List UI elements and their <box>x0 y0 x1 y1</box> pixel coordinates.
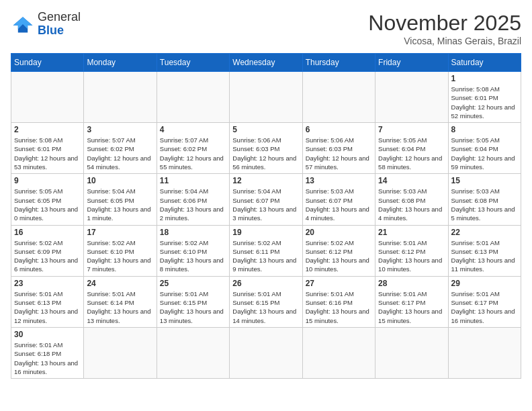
day-info: Sunrise: 5:02 AM Sunset: 6:10 PM Dayligh… <box>87 238 153 274</box>
calendar-cell: 26Sunrise: 5:01 AM Sunset: 6:15 PM Dayli… <box>230 276 302 327</box>
calendar-cell: 15Sunrise: 5:03 AM Sunset: 6:08 PM Dayli… <box>448 174 521 225</box>
day-number: 9 <box>14 176 81 185</box>
weekday-header-monday: Monday <box>84 54 157 72</box>
calendar-cell <box>230 72 302 123</box>
day-number: 3 <box>87 125 153 134</box>
day-info: Sunrise: 5:01 AM Sunset: 6:14 PM Dayligh… <box>87 289 153 325</box>
calendar-cell <box>302 327 375 378</box>
logo-blue: Blue <box>38 24 81 38</box>
day-number: 24 <box>87 279 153 288</box>
calendar-cell: 14Sunrise: 5:03 AM Sunset: 6:08 PM Dayli… <box>375 174 448 225</box>
calendar-cell: 29Sunrise: 5:01 AM Sunset: 6:17 PM Dayli… <box>448 276 521 327</box>
day-number: 16 <box>14 228 81 237</box>
day-number: 18 <box>160 228 226 237</box>
day-info: Sunrise: 5:06 AM Sunset: 6:03 PM Dayligh… <box>306 136 372 171</box>
day-number: 6 <box>306 125 372 134</box>
logo-general: General <box>38 11 81 24</box>
day-info: Sunrise: 5:03 AM Sunset: 6:08 PM Dayligh… <box>451 187 518 222</box>
calendar-cell: 16Sunrise: 5:02 AM Sunset: 6:09 PM Dayli… <box>11 225 84 276</box>
weekday-header-row: SundayMondayTuesdayWednesdayThursdayFrid… <box>11 54 521 72</box>
day-number: 2 <box>14 125 81 134</box>
calendar-cell <box>375 72 448 123</box>
calendar-cell: 24Sunrise: 5:01 AM Sunset: 6:14 PM Dayli… <box>84 276 157 327</box>
calendar-cell: 5Sunrise: 5:06 AM Sunset: 6:03 PM Daylig… <box>230 123 302 174</box>
day-info: Sunrise: 5:02 AM Sunset: 6:11 PM Dayligh… <box>232 238 299 274</box>
day-info: Sunrise: 5:01 AM Sunset: 6:18 PM Dayligh… <box>14 340 81 376</box>
day-number: 8 <box>451 125 518 134</box>
calendar-cell: 2Sunrise: 5:08 AM Sunset: 6:01 PM Daylig… <box>11 123 84 174</box>
logo-icon <box>11 12 35 36</box>
day-number: 4 <box>160 125 226 134</box>
calendar-cell <box>11 72 84 123</box>
calendar-cell: 3Sunrise: 5:07 AM Sunset: 6:02 PM Daylig… <box>84 123 157 174</box>
calendar-cell: 12Sunrise: 5:04 AM Sunset: 6:07 PM Dayli… <box>230 174 302 225</box>
day-info: Sunrise: 5:01 AM Sunset: 6:13 PM Dayligh… <box>451 238 518 274</box>
calendar-week-2: 2Sunrise: 5:08 AM Sunset: 6:01 PM Daylig… <box>11 123 521 174</box>
calendar-cell: 23Sunrise: 5:01 AM Sunset: 6:13 PM Dayli… <box>11 276 84 327</box>
weekday-header-tuesday: Tuesday <box>157 54 229 72</box>
calendar-cell <box>157 72 229 123</box>
day-number: 12 <box>232 176 299 185</box>
day-info: Sunrise: 5:01 AM Sunset: 6:12 PM Dayligh… <box>378 238 445 274</box>
calendar-cell <box>84 327 157 378</box>
calendar-cell: 13Sunrise: 5:03 AM Sunset: 6:07 PM Dayli… <box>302 174 375 225</box>
day-info: Sunrise: 5:05 AM Sunset: 6:04 PM Dayligh… <box>378 136 445 171</box>
calendar-cell: 30Sunrise: 5:01 AM Sunset: 6:18 PM Dayli… <box>11 327 84 378</box>
day-info: Sunrise: 5:08 AM Sunset: 6:01 PM Dayligh… <box>451 85 518 120</box>
day-info: Sunrise: 5:01 AM Sunset: 6:15 PM Dayligh… <box>160 289 226 325</box>
day-info: Sunrise: 5:02 AM Sunset: 6:09 PM Dayligh… <box>14 238 81 274</box>
calendar-cell: 10Sunrise: 5:04 AM Sunset: 6:05 PM Dayli… <box>84 174 157 225</box>
day-info: Sunrise: 5:05 AM Sunset: 6:05 PM Dayligh… <box>14 187 81 222</box>
calendar-cell: 4Sunrise: 5:07 AM Sunset: 6:02 PM Daylig… <box>157 123 229 174</box>
day-info: Sunrise: 5:08 AM Sunset: 6:01 PM Dayligh… <box>14 136 81 171</box>
weekday-header-wednesday: Wednesday <box>230 54 302 72</box>
day-info: Sunrise: 5:02 AM Sunset: 6:12 PM Dayligh… <box>306 238 372 274</box>
calendar-week-6: 30Sunrise: 5:01 AM Sunset: 6:18 PM Dayli… <box>11 327 521 378</box>
calendar-week-1: 1Sunrise: 5:08 AM Sunset: 6:01 PM Daylig… <box>11 72 521 123</box>
day-number: 25 <box>160 279 226 288</box>
calendar-cell: 9Sunrise: 5:05 AM Sunset: 6:05 PM Daylig… <box>11 174 84 225</box>
day-info: Sunrise: 5:01 AM Sunset: 6:13 PM Dayligh… <box>14 289 81 325</box>
calendar-table: SundayMondayTuesdayWednesdayThursdayFrid… <box>11 53 521 379</box>
day-number: 23 <box>14 279 81 288</box>
calendar-cell <box>302 72 375 123</box>
calendar-cell <box>230 327 302 378</box>
day-info: Sunrise: 5:04 AM Sunset: 6:07 PM Dayligh… <box>232 187 299 222</box>
day-number: 1 <box>451 74 518 83</box>
day-info: Sunrise: 5:06 AM Sunset: 6:03 PM Dayligh… <box>232 136 299 171</box>
day-info: Sunrise: 5:02 AM Sunset: 6:10 PM Dayligh… <box>160 238 226 274</box>
calendar-cell <box>448 327 521 378</box>
calendar-cell: 28Sunrise: 5:01 AM Sunset: 6:17 PM Dayli… <box>375 276 448 327</box>
calendar-cell: 22Sunrise: 5:01 AM Sunset: 6:13 PM Dayli… <box>448 225 521 276</box>
day-number: 30 <box>14 330 81 339</box>
day-info: Sunrise: 5:03 AM Sunset: 6:08 PM Dayligh… <box>378 187 445 222</box>
calendar-cell <box>375 327 448 378</box>
day-number: 11 <box>160 176 226 185</box>
day-number: 7 <box>378 125 445 134</box>
calendar-cell: 17Sunrise: 5:02 AM Sunset: 6:10 PM Dayli… <box>84 225 157 276</box>
calendar-cell: 20Sunrise: 5:02 AM Sunset: 6:12 PM Dayli… <box>302 225 375 276</box>
day-number: 20 <box>306 228 372 237</box>
day-number: 17 <box>87 228 153 237</box>
calendar-week-4: 16Sunrise: 5:02 AM Sunset: 6:09 PM Dayli… <box>11 225 521 276</box>
day-number: 26 <box>232 279 299 288</box>
day-number: 22 <box>451 228 518 237</box>
day-number: 5 <box>232 125 299 134</box>
logo: General Blue <box>11 11 81 38</box>
day-number: 15 <box>451 176 518 185</box>
day-number: 29 <box>451 279 518 288</box>
day-info: Sunrise: 5:01 AM Sunset: 6:17 PM Dayligh… <box>378 289 445 325</box>
day-info: Sunrise: 5:07 AM Sunset: 6:02 PM Dayligh… <box>160 136 226 171</box>
calendar-cell: 25Sunrise: 5:01 AM Sunset: 6:15 PM Dayli… <box>157 276 229 327</box>
calendar-cell: 11Sunrise: 5:04 AM Sunset: 6:06 PM Dayli… <box>157 174 229 225</box>
title-block: November 2025 Vicosa, Minas Gerais, Braz… <box>368 11 521 46</box>
page-header: General Blue November 2025 Vicosa, Minas… <box>11 11 521 46</box>
day-number: 14 <box>378 176 445 185</box>
day-number: 28 <box>378 279 445 288</box>
logo-text: General Blue <box>38 11 81 38</box>
calendar-cell: 19Sunrise: 5:02 AM Sunset: 6:11 PM Dayli… <box>230 225 302 276</box>
day-info: Sunrise: 5:04 AM Sunset: 6:05 PM Dayligh… <box>87 187 153 222</box>
calendar-cell: 7Sunrise: 5:05 AM Sunset: 6:04 PM Daylig… <box>375 123 448 174</box>
day-info: Sunrise: 5:04 AM Sunset: 6:06 PM Dayligh… <box>160 187 226 222</box>
day-info: Sunrise: 5:05 AM Sunset: 6:04 PM Dayligh… <box>451 136 518 171</box>
